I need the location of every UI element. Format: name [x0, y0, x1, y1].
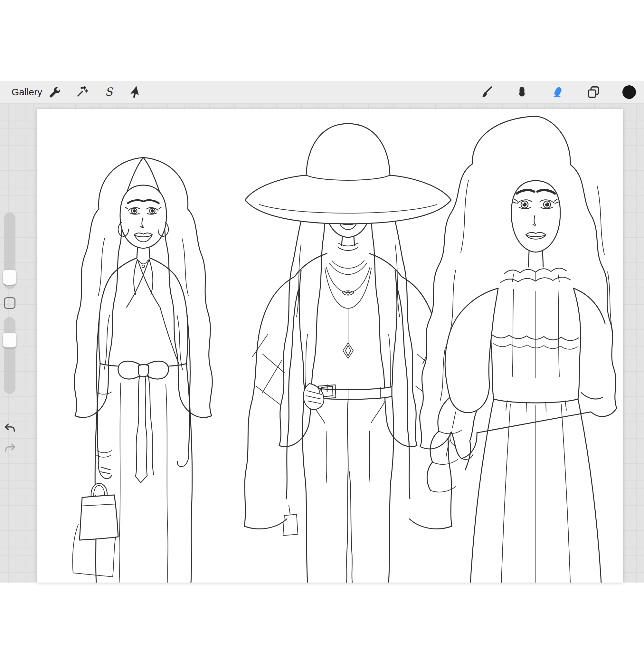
transform-arrow-icon: [129, 85, 143, 99]
undo-button[interactable]: [3, 421, 17, 435]
lineart-three-women: [37, 109, 623, 582]
toolbar-right-group: [477, 83, 644, 101]
color-button[interactable]: [620, 83, 638, 101]
wrench-icon: [48, 85, 62, 99]
undo-arrow-icon: [3, 421, 17, 435]
modify-button[interactable]: [4, 297, 15, 309]
erase-button[interactable]: [549, 83, 567, 101]
drawing-canvas[interactable]: [37, 109, 623, 582]
layers-button[interactable]: [584, 83, 603, 101]
toolbar-left-group: Gallery: [0, 83, 154, 101]
figure-left: [73, 157, 213, 582]
redo-button[interactable]: [3, 441, 17, 455]
paintbrush-icon: [479, 85, 493, 99]
figure-right: [420, 116, 617, 582]
adjustments-button[interactable]: [73, 83, 91, 101]
brush-size-handle[interactable]: [3, 270, 16, 285]
procreate-app: Gallery: [0, 0, 644, 646]
brush-size-slider[interactable]: [4, 213, 15, 289]
wide-brim-hat: [245, 124, 451, 224]
magic-wand-icon: [75, 85, 89, 99]
transform-button[interactable]: [127, 83, 145, 101]
eraser-icon: [551, 85, 565, 99]
selection-s-icon: S: [102, 85, 116, 99]
smudge-button[interactable]: [513, 83, 531, 101]
smudge-finger-icon: [515, 85, 529, 99]
opacity-slider[interactable]: [4, 317, 15, 394]
layers-icon: [586, 85, 601, 99]
selection-button[interactable]: S: [100, 83, 118, 101]
paint-button[interactable]: [477, 83, 495, 101]
color-swatch-circle: [622, 85, 636, 99]
svg-text:S: S: [105, 85, 114, 98]
figure-center: [244, 178, 452, 582]
redo-arrow-icon: [3, 441, 17, 455]
actions-button[interactable]: [46, 83, 64, 101]
canvas-workspace: [0, 103, 644, 582]
gallery-button[interactable]: Gallery: [12, 87, 42, 98]
top-toolbar: Gallery: [0, 81, 644, 103]
opacity-handle[interactable]: [3, 333, 16, 347]
